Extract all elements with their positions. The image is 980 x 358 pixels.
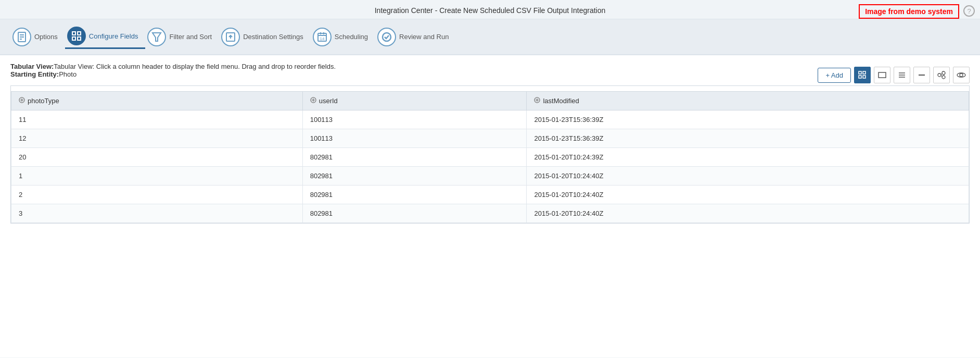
svg-rect-5: [78, 32, 81, 35]
cell-photoType-2: 20: [11, 148, 303, 167]
view-btn-eye[interactable]: [953, 67, 970, 83]
wizard-step-configure-fields[interactable]: Configure Fields: [65, 24, 146, 49]
view-btn-list[interactable]: [894, 67, 910, 83]
table-row: 111001132015-01-23T15:36:39Z: [11, 110, 969, 129]
view-btn-dash[interactable]: [913, 67, 930, 83]
toolbar-right: + Add: [818, 67, 970, 83]
cell-photoType-3: 1: [11, 167, 303, 186]
svg-rect-17: [859, 71, 861, 74]
svg-rect-20: [863, 76, 866, 78]
svg-text:14: 14: [320, 36, 324, 41]
step-circle-destination-settings: [221, 28, 240, 46]
table-body: 111001132015-01-23T15:36:39Z121001132015…: [11, 110, 969, 223]
view-btn-grid[interactable]: [854, 67, 871, 83]
svg-rect-21: [879, 72, 886, 78]
svg-point-26: [938, 73, 941, 77]
col-icon-userId: [310, 97, 316, 105]
page-title: Integration Center - Create New Schedule…: [375, 6, 606, 15]
table-row: 121001132015-01-23T15:36:39Z: [11, 129, 969, 148]
step-label-options: Options: [34, 33, 58, 41]
cell-lastModified-3: 2015-01-20T10:24:40Z: [527, 167, 969, 186]
step-label-scheduling: Scheduling: [335, 33, 368, 41]
cell-lastModified-1: 2015-01-23T15:36:39Z: [527, 129, 969, 148]
step-circle-scheduling: 14: [313, 28, 332, 46]
table-row: 18029812015-01-20T10:24:40Z: [11, 167, 969, 186]
svg-point-32: [960, 73, 963, 77]
col-icon-lastModified: [534, 97, 540, 105]
cell-userId-5: 802981: [302, 204, 527, 223]
view-btn-single[interactable]: [874, 67, 890, 83]
wizard-step-options[interactable]: Options: [10, 26, 65, 48]
cell-userId-1: 100113: [302, 129, 527, 148]
wizard-step-scheduling[interactable]: 14Scheduling: [311, 26, 375, 48]
header-row: photoType userId lastModified: [11, 92, 969, 110]
col-header-lastModified[interactable]: lastModified: [527, 92, 969, 110]
svg-rect-7: [78, 37, 81, 40]
cell-lastModified-5: 2015-01-20T10:24:40Z: [527, 204, 969, 223]
cell-photoType-4: 2: [11, 186, 303, 204]
wizard-nav: OptionsConfigure FieldsFilter and SortDe…: [0, 19, 980, 55]
col-icon-photoType: [19, 97, 25, 105]
table-row: 38029812015-01-20T10:24:40Z: [11, 204, 969, 223]
svg-rect-6: [72, 37, 75, 40]
cell-userId-4: 802981: [302, 186, 527, 204]
cell-photoType-5: 3: [11, 204, 303, 223]
top-bar: Integration Center - Create New Schedule…: [0, 0, 980, 19]
wizard-step-review-and-run[interactable]: Review and Run: [375, 26, 456, 48]
table-row: 28029812015-01-20T10:24:40Z: [11, 186, 969, 204]
svg-rect-19: [859, 76, 861, 78]
content-area: Tabular View:Tabular View: Click a colum…: [0, 55, 980, 357]
svg-point-28: [942, 76, 945, 79]
svg-point-27: [942, 71, 945, 75]
step-label-filter-and-sort: Filter and Sort: [169, 33, 212, 41]
cell-userId-2: 802981: [302, 148, 527, 167]
svg-rect-18: [863, 71, 866, 74]
cell-lastModified-4: 2015-01-20T10:24:40Z: [527, 186, 969, 204]
table-row: 208029812015-01-20T10:24:39Z: [11, 148, 969, 167]
step-circle-options: [12, 28, 31, 46]
cell-userId-3: 802981: [302, 167, 527, 186]
cell-userId-0: 100113: [302, 110, 527, 129]
col-header-photoType[interactable]: photoType: [11, 92, 303, 110]
view-btn-rel[interactable]: [933, 67, 950, 83]
svg-marker-8: [152, 33, 161, 41]
help-icon[interactable]: ?: [963, 5, 975, 17]
step-label-review-and-run: Review and Run: [399, 33, 449, 41]
data-table: photoType userId lastModified 1110011320…: [11, 91, 969, 223]
cell-photoType-1: 12: [11, 129, 303, 148]
table-wrap[interactable]: photoType userId lastModified 1110011320…: [10, 85, 970, 224]
wizard-step-filter-and-sort[interactable]: Filter and Sort: [145, 26, 219, 48]
step-circle-review-and-run: [377, 28, 396, 46]
add-button[interactable]: + Add: [818, 68, 851, 83]
demo-badge: Image from demo system: [859, 4, 959, 19]
step-label-destination-settings: Destination Settings: [243, 33, 303, 41]
cell-lastModified-0: 2015-01-23T15:36:39Z: [527, 110, 969, 129]
step-label-configure-fields: Configure Fields: [89, 32, 138, 40]
cell-photoType-0: 11: [11, 110, 303, 129]
step-circle-filter-and-sort: [147, 28, 166, 46]
col-header-userId[interactable]: userId: [302, 92, 527, 110]
cell-lastModified-2: 2015-01-20T10:24:39Z: [527, 148, 969, 167]
svg-rect-4: [72, 32, 75, 35]
table-header: photoType userId lastModified: [11, 92, 969, 110]
step-circle-configure-fields: [67, 27, 86, 45]
wizard-step-destination-settings[interactable]: Destination Settings: [219, 26, 311, 48]
